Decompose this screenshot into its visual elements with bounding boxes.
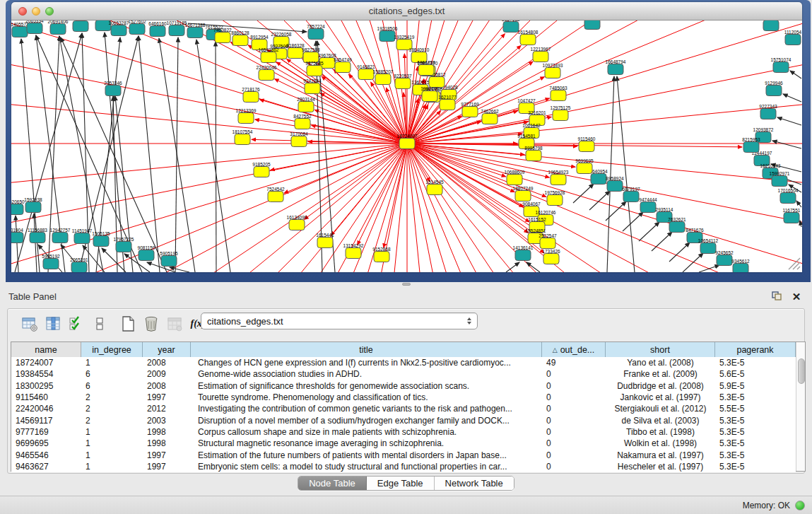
- network-node[interactable]: [374, 252, 389, 262]
- column-header-title[interactable]: title: [191, 342, 542, 357]
- network-hub-node[interactable]: [399, 139, 415, 149]
- network-node[interactable]: [150, 26, 165, 37]
- merge-rows-button[interactable]: [90, 315, 109, 333]
- network-window-titlebar[interactable]: citations_edges.txt: [11, 2, 802, 21]
- network-node[interactable]: [640, 202, 656, 213]
- network-node[interactable]: [503, 22, 519, 33]
- network-node[interactable]: [733, 264, 748, 273]
- network-node[interactable]: [584, 21, 600, 30]
- network-node[interactable]: [669, 222, 685, 233]
- network-node[interactable]: [543, 254, 559, 264]
- network-node[interactable]: [540, 238, 555, 249]
- zoom-window-button[interactable]: [45, 7, 54, 16]
- network-node[interactable]: [52, 233, 68, 243]
- network-node[interactable]: [93, 236, 109, 247]
- table-row[interactable]: 946554611997Estimation of the future num…: [11, 449, 796, 460]
- network-node[interactable]: [766, 86, 782, 96]
- network-node[interactable]: [579, 141, 594, 152]
- table-row[interactable]: 2242004622012Investigating the contribut…: [11, 403, 796, 414]
- scrollbar-thumb[interactable]: [798, 358, 805, 384]
- table-row[interactable]: 911546021997Tourette syndrome. Phenomeno…: [11, 392, 796, 403]
- network-node[interactable]: [358, 69, 374, 80]
- table-row[interactable]: 969969511998Structural magnetic resonanc…: [11, 438, 796, 449]
- network-node[interactable]: [551, 175, 566, 185]
- network-node[interactable]: [25, 202, 41, 213]
- close-window-button[interactable]: [18, 7, 27, 16]
- network-node[interactable]: [717, 255, 732, 266]
- table-settings-button[interactable]: [20, 315, 39, 333]
- tab-edge-table[interactable]: Edge Table: [367, 477, 435, 490]
- delete-rows-button[interactable]: [142, 315, 160, 333]
- network-node[interactable]: [418, 65, 434, 76]
- network-node[interactable]: [346, 248, 361, 259]
- network-node[interactable]: [238, 113, 254, 124]
- close-panel-button[interactable]: ✕: [789, 290, 804, 303]
- network-node[interactable]: [233, 35, 248, 46]
- network-node[interactable]: [243, 92, 259, 103]
- table-scrollbar[interactable]: [796, 342, 805, 471]
- network-node[interactable]: [30, 233, 45, 243]
- network-node[interactable]: [784, 213, 799, 223]
- network-node[interactable]: [545, 68, 560, 78]
- panel-splitter[interactable]: [0, 282, 812, 286]
- network-node[interactable]: [161, 256, 177, 267]
- network-node[interactable]: [482, 114, 498, 124]
- network-node[interactable]: [785, 35, 801, 45]
- select-rows-button[interactable]: [67, 315, 86, 333]
- tab-network-table[interactable]: Network Table: [435, 477, 514, 490]
- network-node[interactable]: [105, 86, 121, 96]
- network-node[interactable]: [533, 52, 548, 62]
- network-node[interactable]: [288, 48, 303, 59]
- network-node[interactable]: [427, 185, 442, 195]
- network-node[interactable]: [71, 262, 87, 273]
- network-node[interactable]: [235, 134, 250, 145]
- network-node[interactable]: [298, 102, 314, 112]
- network-node[interactable]: [305, 83, 320, 94]
- delete-table-button[interactable]: [165, 315, 184, 333]
- network-node[interactable]: [440, 100, 455, 110]
- network-node[interactable]: [591, 174, 606, 185]
- column-header-pagerank[interactable]: pagerank: [715, 342, 796, 357]
- network-node[interactable]: [291, 136, 307, 147]
- network-node[interactable]: [547, 195, 563, 206]
- network-node[interactable]: [139, 250, 154, 261]
- column-header-in_degree[interactable]: in_degree: [81, 342, 143, 357]
- network-node[interactable]: [335, 62, 351, 73]
- select-columns-button[interactable]: [44, 315, 62, 333]
- network-node[interactable]: [608, 64, 623, 75]
- network-node[interactable]: [526, 151, 541, 161]
- network-node[interactable]: [317, 238, 333, 248]
- network-node[interactable]: [129, 24, 145, 35]
- network-node[interactable]: [43, 259, 59, 269]
- network-node[interactable]: [295, 119, 310, 129]
- table-row[interactable]: 1456911722003Disruption of a novel membe…: [11, 414, 796, 426]
- network-node[interactable]: [11, 204, 23, 215]
- network-node[interactable]: [772, 176, 787, 187]
- network-node[interactable]: [379, 31, 395, 42]
- network-node[interactable]: [607, 181, 623, 192]
- table-row[interactable]: 1938455462009Genome-wide association stu…: [11, 368, 796, 380]
- network-node[interactable]: [12, 27, 28, 37]
- network-node[interactable]: [515, 250, 531, 261]
- network-node[interactable]: [116, 242, 131, 252]
- network-node[interactable]: [551, 90, 566, 101]
- network-node[interactable]: [700, 243, 716, 254]
- network-node[interactable]: [261, 52, 276, 63]
- network-node[interactable]: [577, 163, 592, 174]
- network-node[interactable]: [259, 70, 274, 81]
- splitter-handle-icon[interactable]: [402, 283, 411, 286]
- network-node[interactable]: [773, 62, 789, 73]
- network-node[interactable]: [50, 24, 66, 35]
- network-node[interactable]: [215, 33, 230, 43]
- table-row[interactable]: 977716911998Corpus callosum shape and si…: [11, 426, 796, 438]
- column-header-short[interactable]: short: [606, 342, 715, 357]
- table-row[interactable]: 1830029562008Estimation of significance …: [11, 380, 796, 392]
- column-header-year[interactable]: year: [143, 342, 191, 357]
- column-header-name[interactable]: name: [11, 342, 81, 357]
- network-node[interactable]: [307, 66, 322, 76]
- network-node[interactable]: [74, 233, 90, 244]
- network-node[interactable]: [308, 29, 324, 40]
- column-header-out_degree[interactable]: △out_de...: [542, 342, 606, 357]
- network-node[interactable]: [11, 233, 23, 243]
- network-node[interactable]: [395, 78, 411, 89]
